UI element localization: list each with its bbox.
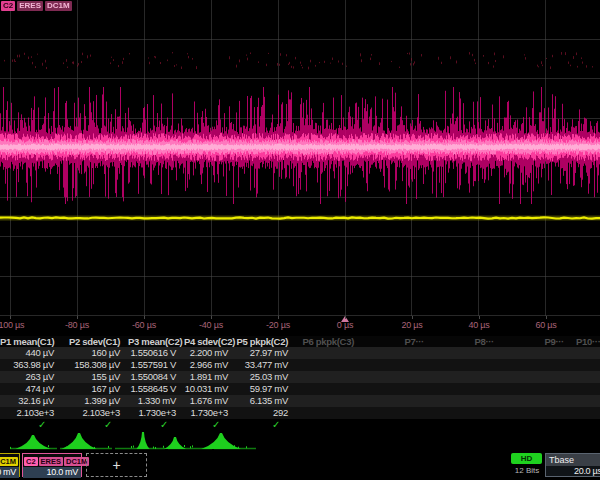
measurement-cell — [362, 371, 432, 383]
trace-tag-badge: DC1M — [45, 1, 72, 11]
measurement-cell — [432, 395, 502, 407]
axis-tick — [345, 316, 346, 319]
axis-tick — [278, 316, 279, 319]
axis-tick — [77, 316, 78, 319]
timebase-label: Tbase — [546, 454, 600, 466]
measurement-row: 263 µV155 µV1.550084 V1.891 mV25.03 mV — [0, 371, 600, 383]
axis-label: -80 µs — [54, 320, 100, 330]
measurement-cell: 32.16 µV — [0, 395, 62, 407]
axis-tick — [546, 316, 547, 319]
measurement-row: 440 µV160 µV1.550616 V2.200 mV27.97 mV — [0, 347, 600, 359]
measurement-header-p5[interactable]: P5 pkpk(C2) — [236, 336, 296, 347]
measurement-cell — [572, 395, 600, 407]
measurement-cell: 167 µV — [62, 383, 128, 395]
measurement-cell — [502, 371, 572, 383]
measurement-header-p9[interactable]: P9··· — [502, 336, 572, 347]
c2-vdiv: 10.0 mV — [23, 467, 81, 478]
measurement-status — [296, 419, 362, 431]
timebase-tdiv: 20.0 µs/div — [546, 466, 600, 477]
measurement-cell: 2.103e+3 — [62, 407, 128, 419]
measurement-cell — [432, 407, 502, 419]
measurement-cell: 1.557591 V — [128, 359, 184, 371]
measurement-row: 363.98 µV158.308 µV1.557591 V2.966 mV33.… — [0, 359, 600, 371]
oscilloscope-screen: C2 ERESDC1M -100 µs-80 µs-60 µs-40 µs-20… — [0, 0, 600, 480]
measurement-cell: 59.97 mV — [236, 383, 296, 395]
measurement-cell — [572, 407, 600, 419]
measurement-cell: 1.399 µV — [62, 395, 128, 407]
measurement-cell — [502, 383, 572, 395]
measurement-cell — [432, 347, 502, 359]
measurement-cell — [432, 383, 502, 395]
measurement-cell: 33.477 mV — [236, 359, 296, 371]
measurement-cell — [296, 359, 362, 371]
measurement-cell: 363.98 µV — [0, 359, 62, 371]
measurement-header-p3[interactable]: P3 mean(C2) — [128, 336, 184, 347]
measurement-header-p2[interactable]: P2 sdev(C1) — [62, 336, 128, 347]
measurement-header-p6[interactable]: P6 pkpk(C3) — [296, 336, 362, 347]
measurement-cell: 263 µV — [0, 371, 62, 383]
c1-coupling-badge: DC1M — [0, 457, 18, 466]
channel-descriptor-c2[interactable]: C2 ERESDC1M 10.0 mV — [22, 453, 82, 477]
measurement-cell — [572, 359, 600, 371]
measurement-cell: 1.550616 V — [128, 347, 184, 359]
axis-tick — [10, 316, 11, 319]
measurement-cell: 6.135 mV — [236, 395, 296, 407]
measurement-row: 474 µV167 µV1.558645 V10.031 mV59.97 mV — [0, 383, 600, 395]
axis-label: -20 µs — [255, 320, 301, 330]
measurement-header-p8[interactable]: P8··· — [432, 336, 502, 347]
measurement-cell: 27.97 mV — [236, 347, 296, 359]
measurement-status: ✓ — [128, 419, 184, 431]
measurement-cell — [502, 407, 572, 419]
axis-label: 60 µs — [523, 320, 569, 330]
measurement-header-p10[interactable]: P10··· — [572, 336, 600, 347]
measurement-cell — [502, 347, 572, 359]
measurement-cell — [296, 371, 362, 383]
channel-descriptor-c1[interactable]: DC1M 10.0 mV — [0, 453, 20, 477]
add-trace-button[interactable]: + — [86, 453, 147, 477]
measurement-cell: 440 µV — [0, 347, 62, 359]
axis-label: 20 µs — [389, 320, 435, 330]
measurement-cell: 155 µV — [62, 371, 128, 383]
measurement-cell: 2.966 mV — [184, 359, 236, 371]
measurement-status: ✓ — [236, 419, 296, 431]
axis-tick — [479, 316, 480, 319]
axis-label: -40 µs — [188, 320, 234, 330]
measurement-cell: 1.891 mV — [184, 371, 236, 383]
plus-icon: + — [87, 454, 146, 476]
measurement-cell: 25.03 mV — [236, 371, 296, 383]
measurement-cell — [362, 407, 432, 419]
measurement-cell — [296, 407, 362, 419]
measurement-cell — [502, 395, 572, 407]
measurement-status: ✓ — [184, 419, 236, 431]
measurement-cell: 1.676 mV — [184, 395, 236, 407]
measurement-header-p1[interactable]: P1 mean(C1) — [0, 336, 62, 347]
measurement-status — [502, 419, 572, 431]
measurement-cell: 1.730e+3 — [184, 407, 236, 419]
measurement-header-p7[interactable]: P7··· — [362, 336, 432, 347]
time-axis: -100 µs-80 µs-60 µs-40 µs-20 µs0 µs20 µs… — [0, 316, 600, 336]
axis-label: -100 µs — [0, 320, 33, 330]
axis-tick — [144, 316, 145, 319]
measurement-cell — [296, 347, 362, 359]
trace-tag: C2 ERESDC1M — [1, 0, 72, 11]
measurement-cell: 1.550084 V — [128, 371, 184, 383]
measurement-cell: 1.730e+3 — [128, 407, 184, 419]
measurement-cell — [362, 395, 432, 407]
measurement-cell: 2.200 mV — [184, 347, 236, 359]
measurement-status: ✓ — [62, 419, 128, 431]
timebase-descriptor[interactable]: Tbase 20.0 µs/div — [545, 453, 600, 477]
measurement-header-p4[interactable]: P4 sdev(C2) — [184, 336, 236, 347]
axis-tick — [412, 316, 413, 319]
measurement-cell — [572, 347, 600, 359]
histicon-canvas — [0, 431, 600, 451]
measurement-cell: 10.031 mV — [184, 383, 236, 395]
measurement-cell — [572, 383, 600, 395]
measurement-status: ✓ — [0, 419, 62, 431]
measurement-cell — [362, 359, 432, 371]
axis-label: 0 µs — [322, 320, 368, 330]
axis-label: 40 µs — [456, 320, 502, 330]
measurement-cell — [296, 383, 362, 395]
axis-label: -60 µs — [121, 320, 167, 330]
c1-vdiv: 10.0 mV — [0, 467, 19, 478]
measurement-cell: 2.103e+3 — [0, 407, 62, 419]
